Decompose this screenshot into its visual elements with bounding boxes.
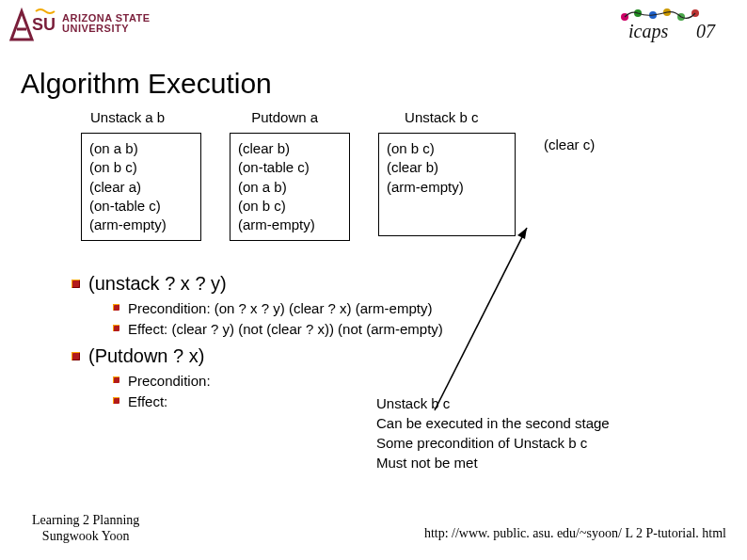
footer-left: Learning 2 Planning Sungwook Yoon <box>32 513 139 545</box>
asu-line2: UNIVERSITY <box>62 24 151 34</box>
slide-title: Algorithm Execution <box>0 43 747 109</box>
bullet-list: (unstack ? x ? y) Precondition: (on ? x … <box>0 241 747 411</box>
footer-author: Sungwook Yoon <box>32 529 139 545</box>
bullet-putdown-pre: Precondition: <box>113 371 747 392</box>
bullet-unstack: (unstack ? x ? y) <box>88 273 227 294</box>
action-label-1: Unstack a b <box>90 109 165 125</box>
asu-logo-mark: SU <box>9 6 56 41</box>
svg-text:icaps: icaps <box>628 21 668 42</box>
footer-title: Learning 2 Planning <box>32 513 139 529</box>
state-box-2: (clear b) (on-table c) (on a b) (on b c)… <box>230 133 350 241</box>
asu-logo-text: ARIZONA STATE UNIVERSITY <box>62 13 151 34</box>
svg-text:SU: SU <box>32 15 56 34</box>
bullet-putdown: (Putdown ? x) <box>88 345 204 366</box>
bullet-unstack-eff: Effect: (clear ? y) (not (clear ? x)) (n… <box>113 319 747 340</box>
icaps-logo: icaps 07 <box>615 6 738 43</box>
state-box-1: (on a b) (on b c) (clear a) (on-table c)… <box>81 133 201 241</box>
footer-url: http: //www. public. asu. edu/~syoon/ L … <box>424 513 726 545</box>
final-state-text: (clear c) <box>544 133 595 152</box>
state-box-3: (on b c) (clear b) (arm-empty) <box>378 133 516 236</box>
action-label-2: Putdown a <box>251 109 318 125</box>
state-boxes-row: (on a b) (on b c) (clear a) (on-table c)… <box>0 125 747 241</box>
actions-row: Unstack a b Putdown a Unstack b c <box>0 109 747 125</box>
action-label-3: Unstack b c <box>405 109 478 125</box>
bullet-unstack-pre: Precondition: (on ? x ? y) (clear ? x) (… <box>113 298 747 319</box>
side-note: Unstack b c Can be executed in the secon… <box>376 393 610 472</box>
svg-text:07: 07 <box>696 21 716 41</box>
asu-logo: SU ARIZONA STATE UNIVERSITY <box>9 6 151 41</box>
footer: Learning 2 Planning Sungwook Yoon http: … <box>0 513 747 545</box>
header: SU ARIZONA STATE UNIVERSITY icaps 07 <box>0 0 747 43</box>
